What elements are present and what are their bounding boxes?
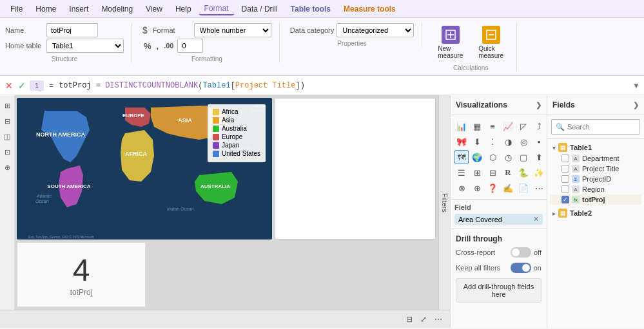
formula-close-button[interactable]: ✕: [4, 79, 14, 92]
drill-cross-report-toggle[interactable]: off: [511, 247, 542, 258]
viz-icon-donut[interactable]: ◎: [516, 135, 531, 149]
empty-canvas: [148, 242, 436, 307]
totproj-checkbox[interactable]: ✓: [561, 196, 569, 203]
table1-name: Table1: [570, 144, 592, 151]
viz-icon-more[interactable]: ⋯: [532, 181, 546, 195]
filters-panel[interactable]: Filters: [438, 95, 450, 310]
viz-icon-line-cluster[interactable]: ⤴: [532, 119, 546, 133]
viz-icon-smart-narr[interactable]: ✍: [501, 181, 515, 195]
fields-field-totproj[interactable]: ✓ fx totProj: [550, 194, 641, 205]
menu-view[interactable]: View: [141, 3, 168, 15]
keep-filters-toggle-track[interactable]: [511, 263, 531, 273]
viz-icon-ribbon[interactable]: 🎀: [454, 135, 469, 149]
viz-icon-filled-map[interactable]: 🌍: [470, 150, 484, 164]
project-title-checkbox[interactable]: [561, 165, 569, 173]
viz-field-value[interactable]: Area Covered ✕: [454, 214, 543, 225]
formula-expand-button[interactable]: ▼: [632, 81, 640, 90]
viz-icon-r[interactable]: R: [501, 165, 515, 180]
metric-value: 4: [73, 252, 90, 288]
quick-measure-button[interactable]: Quickmeasure: [473, 23, 509, 62]
canvas-more-button[interactable]: ⋯: [432, 314, 445, 325]
map-legend: Africa Asia Australia: [208, 104, 266, 162]
ribbon-format-select[interactable]: Whole number: [194, 23, 271, 37]
menu-modeling[interactable]: Modeling: [96, 3, 138, 15]
viz-icon-area[interactable]: ◸: [516, 119, 531, 133]
menu-insert[interactable]: Insert: [64, 3, 93, 15]
map-visual[interactable]: NORTH AMERICA SOUTH AMERICA EUROPE AFRIC…: [17, 98, 272, 240]
projectid-type-icon: Σ: [572, 175, 580, 183]
viz-field-remove-icon[interactable]: ✕: [533, 215, 539, 223]
drill-add-fields-button[interactable]: Add drill-through fields here: [456, 278, 542, 303]
viz-panel-expand-icon[interactable]: ❯: [536, 101, 542, 109]
fields-panel-expand-icon[interactable]: ❯: [633, 101, 639, 109]
department-checkbox[interactable]: [561, 155, 569, 162]
viz-icon-ai[interactable]: ✨: [532, 165, 546, 180]
dec-inc: .00: [162, 41, 175, 51]
ribbon-name-input[interactable]: [46, 23, 98, 37]
viz-icon-funnel[interactable]: ⬡: [485, 150, 500, 164]
formula-content[interactable]: totProj = DISTINCTCOUNTNOBLANK(Table1[Pr…: [59, 81, 627, 90]
fields-field-project-title[interactable]: A Project Title: [550, 164, 641, 174]
fields-search-box[interactable]: 🔍: [551, 119, 640, 135]
viz-icon-python[interactable]: 🐍: [516, 165, 531, 180]
side-icon-2[interactable]: ⊟: [2, 116, 12, 126]
viz-icon-card[interactable]: ▢: [516, 150, 531, 164]
projectid-checkbox[interactable]: [561, 175, 569, 183]
drill-through-section: Drill through Cross-report off Keep all …: [451, 229, 547, 308]
menu-table-tools[interactable]: Table tools: [286, 3, 336, 15]
drill-through-title: Drill through: [456, 234, 542, 243]
metric-card[interactable]: 4 totProj: [17, 242, 146, 307]
viz-icon-qa[interactable]: ❓: [485, 181, 500, 195]
chart-visual[interactable]: [275, 98, 436, 240]
viz-icon-treemap[interactable]: ▪: [532, 135, 546, 149]
side-icon-4[interactable]: ⊡: [2, 147, 12, 157]
fields-field-projectid[interactable]: Σ ProjectID: [550, 174, 641, 184]
viz-icon-waterfall[interactable]: ⬇: [470, 135, 484, 149]
viz-icon-scatter[interactable]: ⁚: [485, 135, 500, 149]
viz-icon-paginated[interactable]: 📄: [516, 181, 531, 195]
side-icon-1[interactable]: ⊞: [2, 100, 12, 111]
viz-icon-matrix[interactable]: ⊟: [485, 165, 500, 180]
viz-icon-line[interactable]: 📈: [501, 119, 515, 133]
viz-icon-gauge[interactable]: ◷: [501, 150, 515, 164]
ribbon-dec-input[interactable]: [177, 39, 203, 53]
viz-icon-pie[interactable]: ◑: [501, 135, 515, 149]
viz-icon-slicer[interactable]: ☰: [454, 165, 469, 180]
side-icon-5[interactable]: ⊕: [2, 162, 12, 173]
fields-table-table2[interactable]: ▸ ▦ Table2: [550, 207, 641, 219]
ribbon-data-category-select[interactable]: Uncategorized: [337, 23, 414, 37]
viz-icon-stacked-bar[interactable]: ▦: [470, 119, 484, 133]
viz-icon-map[interactable]: 🗺: [454, 150, 469, 164]
menu-home[interactable]: Home: [30, 3, 61, 15]
menu-file[interactable]: File: [5, 3, 28, 15]
fields-field-region[interactable]: A Region: [550, 184, 641, 194]
ribbon-structure-label: Structure: [5, 55, 124, 62]
svg-text:SOUTH AMERICA: SOUTH AMERICA: [47, 183, 90, 189]
menu-data-drill[interactable]: Data / Drill: [237, 3, 283, 15]
cross-report-toggle-track[interactable]: [511, 247, 531, 258]
viz-icon-bar[interactable]: 📊: [454, 119, 469, 133]
fields-field-department[interactable]: A Department: [550, 153, 641, 164]
fields-search-input[interactable]: [567, 123, 625, 131]
table2-expand-icon[interactable]: ▸: [552, 210, 556, 217]
formula-bracket-open: [: [231, 81, 235, 90]
menu-help[interactable]: Help: [170, 3, 197, 15]
table1-expand-icon[interactable]: ▾: [552, 144, 556, 151]
viz-icon-kpi[interactable]: ⬆: [532, 150, 546, 164]
canvas-expand-button[interactable]: ⤢: [418, 314, 429, 325]
formula-function: DISTINCTCOUNTNOBLANK: [105, 81, 198, 90]
formula-check-button[interactable]: ✓: [17, 79, 27, 92]
viz-icon-100-bar[interactable]: ≡: [485, 119, 500, 133]
viz-icon-decomp[interactable]: ⊗: [454, 181, 469, 195]
ribbon-home-table-select[interactable]: Table1: [46, 39, 124, 53]
region-checkbox[interactable]: [561, 185, 569, 193]
viz-icon-table[interactable]: ⊞: [470, 165, 484, 180]
menu-measure-tools[interactable]: Measure tools: [338, 3, 401, 15]
drill-keep-filters-toggle[interactable]: on: [511, 263, 542, 273]
menu-format[interactable]: Format: [199, 3, 234, 15]
viz-icon-key-influencer[interactable]: ⊕: [470, 181, 484, 195]
new-measure-button[interactable]: Newmeasure: [433, 23, 468, 62]
side-icon-3[interactable]: ◫: [2, 131, 12, 142]
fields-table-table1[interactable]: ▾ ▦ Table1: [550, 142, 641, 153]
canvas-filter-button[interactable]: ⊟: [404, 314, 415, 325]
